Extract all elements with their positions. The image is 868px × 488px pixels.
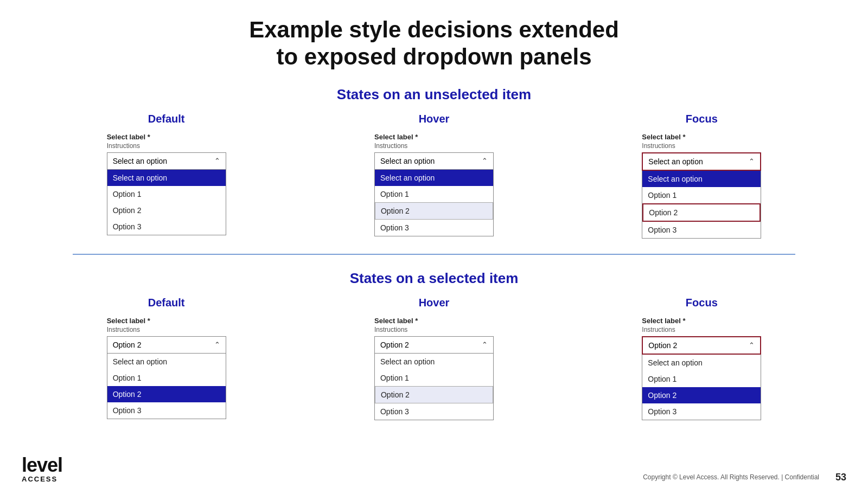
- col-title-hover: Hover: [419, 113, 450, 125]
- dropdown-option[interactable]: Option 1: [642, 187, 761, 203]
- field-instructions: Instructions: [107, 326, 226, 333]
- dropdown-option[interactable]: Select an option: [375, 170, 493, 186]
- field-label: Select label *: [642, 317, 761, 325]
- trigger-value: Option 2: [648, 341, 677, 350]
- section2-columns: Default Select label * Instructions Opti…: [33, 297, 835, 420]
- trigger-value: Option 2: [380, 341, 409, 349]
- dropdown-panel: Select an option Option 1 Option 2 Optio…: [642, 355, 761, 420]
- dropdown-option[interactable]: Option 2: [107, 202, 226, 219]
- dropdown-option[interactable]: Option 1: [375, 370, 493, 386]
- trigger-value: Select an option: [380, 157, 435, 165]
- chevron-up-icon: ⌃: [214, 341, 220, 349]
- col-default-selected: Default Select label * Instructions Opti…: [85, 297, 248, 419]
- dropdown-focus-unselected: Select label * Instructions Select an op…: [642, 133, 761, 239]
- col-default-unselected: Default Select label * Instructions Sele…: [85, 113, 248, 235]
- dropdown-trigger[interactable]: Option 2 ⌃: [374, 336, 494, 354]
- col-focus-unselected: Focus Select label * Instructions Select…: [620, 113, 783, 239]
- dropdown-option[interactable]: Option 3: [642, 222, 761, 238]
- dropdown-option[interactable]: Option 1: [107, 370, 226, 386]
- col-title-focus: Focus: [686, 113, 718, 125]
- footer: level access Copyright © Level Access. A…: [0, 455, 868, 483]
- dropdown-panel: Select an option Option 1 Option 2 Optio…: [107, 354, 226, 419]
- dropdown-hover-unselected: Select label * Instructions Select an op…: [374, 133, 494, 236]
- field-label: Select label *: [642, 133, 761, 141]
- trigger-value: Select an option: [648, 157, 703, 166]
- dropdown-option[interactable]: Option 3: [642, 403, 761, 420]
- dropdown-trigger[interactable]: Select an option ⌃: [642, 152, 761, 171]
- trigger-value: Select an option: [113, 157, 167, 165]
- col-hover-unselected: Hover Select label * Instructions Select…: [353, 113, 515, 236]
- dropdown-default-unselected: Select label * Instructions Select an op…: [107, 133, 226, 235]
- logo-level: level: [22, 455, 62, 475]
- dropdown-option[interactable]: Option 3: [107, 219, 226, 235]
- col-focus-selected: Focus Select label * Instructions Option…: [620, 297, 783, 420]
- dropdown-panel: Select an option Option 1 Option 2 Optio…: [642, 171, 761, 239]
- dropdown-focus-selected: Select label * Instructions Option 2 ⌃ S…: [642, 317, 761, 420]
- dropdown-option[interactable]: Option 3: [107, 402, 226, 419]
- footer-page-number: 53: [835, 472, 846, 483]
- col-title-hover2: Hover: [419, 297, 450, 309]
- field-instructions: Instructions: [107, 142, 226, 150]
- field-instructions: Instructions: [374, 326, 494, 333]
- dropdown-option[interactable]: Select an option: [642, 171, 761, 187]
- dropdown-panel: Select an option Option 1 Option 2 Optio…: [107, 170, 226, 235]
- dropdown-panel: Select an option Option 1 Option 2 Optio…: [374, 354, 494, 420]
- dropdown-hover-selected: Select label * Instructions Option 2 ⌃ S…: [374, 317, 494, 420]
- field-instructions: Instructions: [374, 142, 494, 150]
- field-instructions: Instructions: [642, 142, 761, 150]
- dropdown-option[interactable]: Option 3: [375, 220, 493, 236]
- section-divider: [73, 254, 795, 255]
- dropdown-default-selected: Select label * Instructions Option 2 ⌃ S…: [107, 317, 226, 419]
- dropdown-option[interactable]: Option 1: [107, 186, 226, 202]
- dropdown-trigger[interactable]: Option 2 ⌃: [107, 336, 226, 354]
- dropdown-option[interactable]: Option 2: [107, 386, 226, 402]
- page-title: Example style decisions extended to expo…: [33, 16, 835, 71]
- chevron-up-icon: ⌃: [749, 157, 755, 165]
- page: Example style decisions extended to expo…: [0, 0, 868, 488]
- col-title-default2: Default: [148, 297, 185, 309]
- dropdown-option[interactable]: Option 2: [642, 203, 761, 222]
- dropdown-option[interactable]: Option 3: [375, 403, 493, 420]
- dropdown-option[interactable]: Option 2: [375, 386, 493, 403]
- dropdown-option[interactable]: Option 1: [642, 371, 761, 387]
- chevron-up-icon: ⌃: [749, 341, 755, 349]
- dropdown-option[interactable]: Select an option: [107, 354, 226, 370]
- logo-access: access: [22, 475, 58, 483]
- chevron-up-icon: ⌃: [214, 157, 220, 165]
- section-selected: States on a selected item Default Select…: [33, 270, 835, 420]
- chevron-up-icon: ⌃: [482, 157, 488, 165]
- dropdown-trigger[interactable]: Option 2 ⌃: [642, 336, 761, 355]
- dropdown-option[interactable]: Option 2: [642, 387, 761, 403]
- chevron-up-icon: ⌃: [482, 341, 488, 349]
- dropdown-option[interactable]: Select an option: [107, 170, 226, 186]
- field-label: Select label *: [107, 133, 226, 141]
- section1-columns: Default Select label * Instructions Sele…: [33, 113, 835, 239]
- logo: level access: [22, 455, 62, 483]
- field-label: Select label *: [374, 317, 494, 325]
- section1-title: States on an unselected item: [33, 86, 835, 103]
- field-label: Select label *: [107, 317, 226, 325]
- dropdown-panel: Select an option Option 1 Option 2 Optio…: [374, 170, 494, 236]
- section2-title: States on a selected item: [33, 270, 835, 287]
- col-title-focus2: Focus: [686, 297, 718, 309]
- trigger-value: Option 2: [113, 341, 142, 349]
- dropdown-option[interactable]: Option 2: [375, 202, 493, 220]
- dropdown-option[interactable]: Select an option: [642, 355, 761, 371]
- dropdown-trigger[interactable]: Select an option ⌃: [107, 152, 226, 170]
- footer-right: Copyright © Level Access. All Rights Res…: [643, 472, 846, 483]
- col-title-default: Default: [148, 113, 185, 125]
- footer-copyright: Copyright © Level Access. All Rights Res…: [643, 473, 819, 481]
- section-unselected: States on an unselected item Default Sel…: [33, 86, 835, 239]
- dropdown-option[interactable]: Select an option: [375, 354, 493, 370]
- col-hover-selected: Hover Select label * Instructions Option…: [353, 297, 515, 420]
- dropdown-trigger[interactable]: Select an option ⌃: [374, 152, 494, 170]
- field-label: Select label *: [374, 133, 494, 141]
- field-instructions: Instructions: [642, 326, 761, 333]
- dropdown-option[interactable]: Option 1: [375, 186, 493, 202]
